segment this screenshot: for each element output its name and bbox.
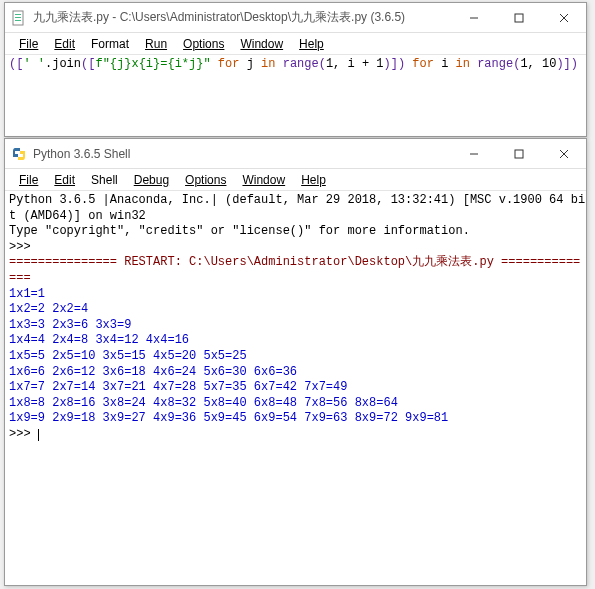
svg-rect-9 bbox=[515, 150, 523, 158]
output-line: 1x6=6 2x6=12 3x6=18 4x6=24 5x6=30 6x6=36 bbox=[9, 365, 297, 379]
text-cursor bbox=[38, 429, 39, 441]
restart-line: =============== RESTART: C:\Users\Admini… bbox=[9, 255, 580, 269]
menu-file[interactable]: File bbox=[11, 171, 46, 189]
idle-editor-window: 九九乘法表.py - C:\Users\Administrator\Deskto… bbox=[4, 2, 587, 137]
banner-line: t (AMD64)] on win32 bbox=[9, 209, 146, 223]
menu-window[interactable]: Window bbox=[234, 171, 293, 189]
output-line: 1x5=5 2x5=10 3x5=15 4x5=20 5x5=25 bbox=[9, 349, 247, 363]
output-line: 1x1=1 bbox=[9, 287, 45, 301]
shell-title: Python 3.6.5 Shell bbox=[33, 147, 451, 161]
restart-line: === bbox=[9, 271, 31, 285]
menu-file[interactable]: File bbox=[11, 35, 46, 53]
minimize-button[interactable] bbox=[451, 3, 496, 32]
minimize-button[interactable] bbox=[451, 139, 496, 168]
output-line: 1x4=4 2x4=8 3x4=12 4x4=16 bbox=[9, 333, 189, 347]
svg-rect-2 bbox=[15, 17, 21, 18]
svg-rect-3 bbox=[15, 20, 21, 21]
maximize-button[interactable] bbox=[496, 139, 541, 168]
svg-rect-1 bbox=[15, 14, 21, 15]
shell-output-area[interactable]: Python 3.6.5 |Anaconda, Inc.| (default, … bbox=[5, 191, 586, 445]
menu-debug[interactable]: Debug bbox=[126, 171, 177, 189]
menu-shell[interactable]: Shell bbox=[83, 171, 126, 189]
maximize-button[interactable] bbox=[496, 3, 541, 32]
editor-menubar: File Edit Format Run Options Window Help bbox=[5, 33, 586, 55]
shell-menubar: File Edit Shell Debug Options Window Hel… bbox=[5, 169, 586, 191]
shell-window-controls bbox=[451, 139, 586, 168]
output-line: 1x8=8 2x8=16 3x8=24 4x8=32 5x8=40 6x8=48… bbox=[9, 396, 398, 410]
menu-format[interactable]: Format bbox=[83, 35, 137, 53]
menu-help[interactable]: Help bbox=[293, 171, 334, 189]
idle-shell-window: Python 3.6.5 Shell File Edit Shell Debug… bbox=[4, 138, 587, 586]
close-button[interactable] bbox=[541, 3, 586, 32]
menu-options[interactable]: Options bbox=[177, 171, 234, 189]
banner-line: Python 3.6.5 |Anaconda, Inc.| (default, … bbox=[9, 193, 585, 207]
menu-window[interactable]: Window bbox=[232, 35, 291, 53]
menu-help[interactable]: Help bbox=[291, 35, 332, 53]
editor-titlebar[interactable]: 九九乘法表.py - C:\Users\Administrator\Deskto… bbox=[5, 3, 586, 33]
banner-line: Type "copyright", "credits" or "license(… bbox=[9, 224, 470, 238]
shell-prompt: >>> bbox=[9, 427, 38, 441]
shell-titlebar[interactable]: Python 3.6.5 Shell bbox=[5, 139, 586, 169]
menu-edit[interactable]: Edit bbox=[46, 35, 83, 53]
python-icon bbox=[11, 146, 27, 162]
menu-edit[interactable]: Edit bbox=[46, 171, 83, 189]
output-line: 1x9=9 2x9=18 3x9=27 4x9=36 5x9=45 6x9=54… bbox=[9, 411, 448, 425]
python-file-icon bbox=[11, 10, 27, 26]
close-button[interactable] bbox=[541, 139, 586, 168]
menu-options[interactable]: Options bbox=[175, 35, 232, 53]
editor-title: 九九乘法表.py - C:\Users\Administrator\Deskto… bbox=[33, 9, 451, 26]
output-line: 1x7=7 2x7=14 3x7=21 4x7=28 5x7=35 6x7=42… bbox=[9, 380, 347, 394]
output-line: 1x3=3 2x3=6 3x3=9 bbox=[9, 318, 131, 332]
code-editor-area[interactable]: ([' '.join([f"{j}x{i}={i*j}" for j in ra… bbox=[5, 55, 586, 75]
menu-run[interactable]: Run bbox=[137, 35, 175, 53]
output-line: 1x2=2 2x2=4 bbox=[9, 302, 88, 316]
svg-rect-5 bbox=[515, 14, 523, 22]
editor-window-controls bbox=[451, 3, 586, 32]
shell-prompt: >>> bbox=[9, 240, 38, 254]
